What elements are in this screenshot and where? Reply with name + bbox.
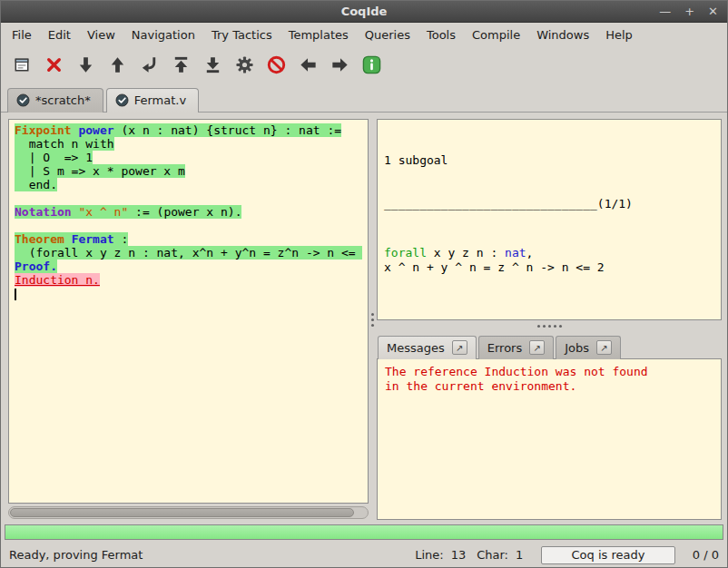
code-line: Theorem Fermat : xyxy=(15,232,362,246)
goal-line: x ^ n + y ^ n = z ^ n -> n <= 2 xyxy=(384,260,714,275)
goal-separator-line: ______________________________ xyxy=(384,197,597,211)
right-pane: 1 subgoal ______________________________… xyxy=(377,119,722,520)
code-line: Induction n. xyxy=(15,273,362,287)
no-entry-icon xyxy=(266,54,287,75)
goal-line: forall x y z n : nat, xyxy=(384,246,714,260)
main-area: Fixpoint power (x n : nat) {struct n} : … xyxy=(1,113,727,522)
interrupt-button[interactable] xyxy=(262,51,290,78)
line-value: 13 xyxy=(451,548,467,562)
menu-item-view[interactable]: View xyxy=(79,23,123,47)
arrow-to-bottom-icon xyxy=(202,54,223,75)
restart-button[interactable] xyxy=(167,51,194,78)
arrow-down-icon xyxy=(75,54,96,75)
coqide-window: CoqIde —+✕ FileEditViewNavigationTry Tac… xyxy=(0,0,728,568)
tabbar: *scratch*Fermat.v xyxy=(1,82,727,113)
window-title: CoqIde xyxy=(341,5,388,18)
menu-item-navigation[interactable]: Navigation xyxy=(123,23,203,47)
menu-item-try-tactics[interactable]: Try Tactics xyxy=(203,23,280,47)
char-value: 1 xyxy=(516,548,530,562)
about-button[interactable] xyxy=(358,51,385,78)
scrollbar-thumb[interactable] xyxy=(10,508,354,517)
next-button[interactable] xyxy=(326,51,353,78)
menu-item-edit[interactable]: Edit xyxy=(40,23,79,47)
fully-check-button[interactable] xyxy=(231,51,258,78)
arrow-to-top-icon xyxy=(171,54,192,75)
coq-status-box: Coq is ready xyxy=(541,546,675,564)
status-message: Ready, proving Fermat xyxy=(9,548,404,562)
messages-tabbar: Messages↗Errors↗Jobs↗ xyxy=(377,331,722,358)
minimize-button[interactable]: — xyxy=(659,5,671,17)
menu-item-queries[interactable]: Queries xyxy=(357,23,418,47)
statusbar: Ready, proving Fermat Line: 13 Char: 1 C… xyxy=(1,543,727,567)
backward-one-command-button[interactable] xyxy=(103,51,131,78)
forward-one-command-button[interactable] xyxy=(72,51,99,78)
menu-item-tools[interactable]: Tools xyxy=(418,23,464,47)
progress-bar xyxy=(5,524,723,540)
code-highlight: Notation "x ^ n" := (power x n). xyxy=(15,205,241,219)
goal-counter: (1/1) xyxy=(597,197,633,211)
horizontal-scrollbar[interactable] xyxy=(8,506,369,519)
code-line xyxy=(15,191,362,205)
popout-button[interactable]: ↗ xyxy=(452,340,467,355)
msg-tab-label: Jobs xyxy=(565,341,589,355)
menu-item-file[interactable]: File xyxy=(4,23,40,47)
goals-view: 1 subgoal ______________________________… xyxy=(377,119,722,320)
progress-fill xyxy=(5,525,723,539)
horizontal-splitter[interactable] xyxy=(377,320,722,331)
message-line: The reference Induction was not found xyxy=(385,365,713,379)
messages-view: The reference Induction was not foundin … xyxy=(377,358,722,520)
popout-button[interactable]: ↗ xyxy=(529,340,545,355)
arrow-left-icon xyxy=(298,54,319,75)
tab-scratch[interactable]: *scratch* xyxy=(7,88,103,113)
tab-messages[interactable]: Messages↗ xyxy=(378,336,477,359)
tab-jobs[interactable]: Jobs↗ xyxy=(556,336,621,359)
code-highlight: Proof. xyxy=(15,260,57,273)
code-line: Fixpoint power (x n : nat) {struct n} : … xyxy=(15,123,362,137)
code-highlight: Theorem Fermat : xyxy=(15,232,128,246)
red-x-icon xyxy=(44,54,64,75)
menubar: FileEditViewNavigationTry TacticsTemplat… xyxy=(1,23,727,47)
code-line: match n with xyxy=(15,137,362,151)
line-label: Line: xyxy=(415,548,443,562)
code-highlight: match n with xyxy=(15,137,114,151)
splitter-grip-icon xyxy=(371,313,374,316)
window-controls: —+✕ xyxy=(659,1,718,22)
go-to-cursor-button[interactable] xyxy=(135,51,162,78)
info-icon xyxy=(361,54,382,75)
subgoal-header: 1 subgoal xyxy=(384,153,714,168)
progress-row xyxy=(1,522,727,543)
code-highlight: Induction n. xyxy=(15,273,100,287)
popout-button[interactable]: ↗ xyxy=(596,340,612,355)
menu-item-templates[interactable]: Templates xyxy=(280,23,357,47)
previous-button[interactable] xyxy=(294,51,321,78)
code-editor[interactable]: Fixpoint power (x n : nat) {struct n} : … xyxy=(8,119,369,504)
tab-fermat.v[interactable]: Fermat.v xyxy=(106,88,199,113)
close-button[interactable]: ✕ xyxy=(708,5,718,17)
toolbar xyxy=(1,47,727,82)
vertical-splitter[interactable] xyxy=(369,119,377,520)
menu-item-compile[interactable]: Compile xyxy=(464,23,528,47)
msg-tab-label: Messages xyxy=(387,341,445,355)
code-highlight: | S m => x * power x m xyxy=(15,164,185,178)
menu-item-help[interactable]: Help xyxy=(597,23,641,47)
arrow-right-icon xyxy=(330,54,350,75)
code-highlight: (forall x y z n : nat, x^n + y^n = z^n -… xyxy=(15,246,362,260)
gear-icon xyxy=(234,54,255,75)
caret-line xyxy=(15,287,362,300)
message-line: in the current environment. xyxy=(385,379,713,394)
titlebar[interactable]: CoqIde —+✕ xyxy=(1,1,727,23)
text-caret xyxy=(15,289,16,300)
code-line: | S m => x * power x m xyxy=(15,164,362,178)
maximize-button[interactable]: + xyxy=(684,5,694,17)
menu-item-windows[interactable]: Windows xyxy=(528,23,597,47)
go-to-end-button[interactable] xyxy=(199,51,226,78)
new-buffer-button[interactable] xyxy=(8,51,35,78)
close-buffer-button[interactable] xyxy=(40,51,67,78)
code-line: (forall x y z n : nat, x^n + y^n = z^n -… xyxy=(15,246,362,260)
tab-errors[interactable]: Errors↗ xyxy=(478,336,554,359)
code-line xyxy=(15,219,362,232)
code-line: end. xyxy=(15,178,362,191)
coq-status-text: Coq is ready xyxy=(572,548,645,562)
code-highlight: end. xyxy=(15,178,57,191)
editor-pane: Fixpoint power (x n : nat) {struct n} : … xyxy=(8,119,369,520)
